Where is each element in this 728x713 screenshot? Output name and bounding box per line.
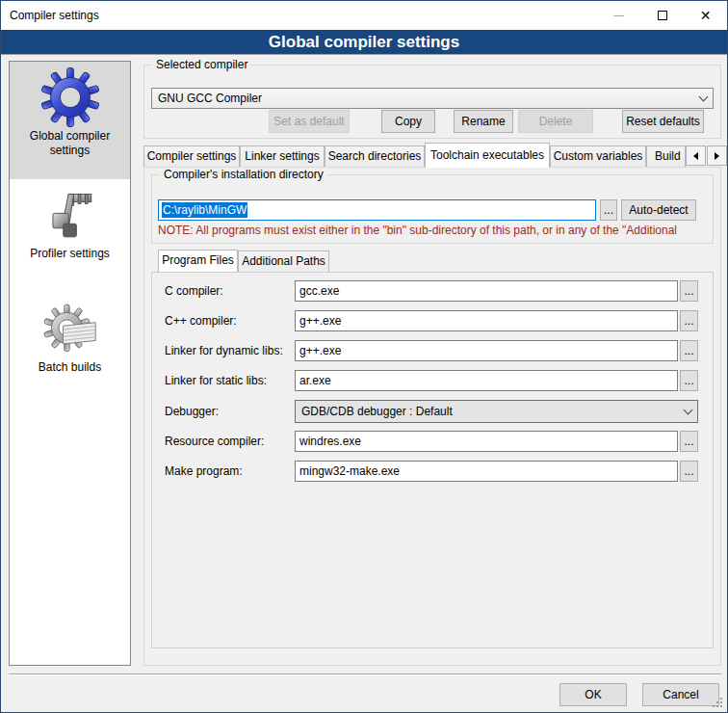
compiler-select[interactable]: GNU GCC Compiler — [151, 88, 714, 109]
cpp-compiler-label: C++ compiler: — [165, 310, 237, 331]
tab-toolchain-executables[interactable]: Toolchain executables — [425, 143, 550, 168]
reset-defaults-button[interactable]: Reset defaults — [622, 110, 704, 133]
cancel-button[interactable]: Cancel — [642, 683, 719, 706]
resize-grip[interactable] — [713, 698, 723, 708]
close-icon: ✕ — [700, 9, 712, 22]
installation-directory-input[interactable]: C:\raylib\MinGW — [158, 199, 596, 221]
make-program-label: Make program: — [165, 461, 243, 482]
compiler-settings-dialog: Compiler settings ✕ Global compiler sett… — [0, 0, 728, 713]
resource-compiler-label: Resource compiler: — [165, 431, 264, 452]
cpp-compiler-browse-button[interactable]: ... — [680, 310, 698, 331]
rename-button[interactable]: Rename — [454, 110, 513, 133]
caliper-icon — [10, 189, 130, 245]
left-arrow-icon — [693, 152, 698, 160]
make-program-input[interactable] — [295, 461, 678, 482]
tab-scroll-right-button[interactable] — [707, 145, 727, 166]
tab-linker-settings[interactable]: Linker settings — [240, 145, 325, 168]
browse-directory-button[interactable]: ... — [600, 199, 617, 221]
titlebar: Compiler settings ✕ — [1, 1, 727, 30]
chevron-down-icon — [699, 92, 709, 101]
dynamic-linker-browse-button[interactable]: ... — [680, 340, 698, 361]
tab-build-clipped[interactable]: Build — [646, 145, 686, 168]
close-button[interactable]: ✕ — [684, 1, 727, 30]
page-title: Global compiler settings — [1, 30, 727, 55]
compiler-select-value: GNU GCC Compiler — [158, 92, 700, 105]
blue-gear-icon — [10, 67, 130, 127]
chevron-down-icon — [684, 405, 693, 414]
footer-divider — [9, 673, 721, 675]
debugger-select-value: GDB/CDB debugger : Default — [301, 405, 685, 418]
static-linker-input[interactable] — [295, 370, 678, 391]
sidebar-item-label: Global compiler settings — [10, 127, 130, 164]
installation-directory-value: C:\raylib\MinGW — [162, 202, 247, 218]
subtab-program-files[interactable]: Program Files — [158, 250, 238, 272]
right-arrow-icon — [715, 152, 719, 160]
sidebar-item-batch-builds[interactable]: Batch builds — [10, 287, 130, 401]
dynamic-linker-label: Linker for dynamic libs: — [165, 340, 283, 361]
c-compiler-browse-button[interactable]: ... — [680, 280, 698, 302]
sidebar-item-profiler-settings[interactable]: Profiler settings — [10, 179, 130, 287]
subtab-additional-paths[interactable]: Additional Paths — [238, 251, 329, 273]
note-text: NOTE: All programs must exist either in … — [158, 224, 712, 237]
window-title: Compiler settings — [10, 9, 99, 22]
tab-custom-variables[interactable]: Custom variables — [550, 145, 646, 168]
debugger-label: Debugger: — [165, 401, 219, 422]
settings-category-list: Global compiler settings — [9, 61, 131, 666]
delete-button: Delete — [518, 110, 593, 133]
sidebar-item-label: Batch builds — [10, 358, 130, 381]
gray-gear-stack-icon — [10, 301, 130, 358]
cpp-compiler-input[interactable] — [295, 310, 678, 331]
c-compiler-label: C compiler: — [165, 280, 223, 302]
static-linker-label: Linker for static libs: — [165, 370, 267, 391]
minimize-icon — [613, 15, 624, 16]
set-as-default-button: Set as default — [269, 110, 350, 133]
selected-compiler-group-label: Selected compiler — [152, 58, 251, 71]
tab-scroll-left-button[interactable] — [686, 145, 706, 166]
tab-compiler-settings[interactable]: Compiler settings — [143, 145, 240, 168]
debugger-select[interactable]: GDB/CDB debugger : Default — [295, 400, 698, 423]
static-linker-browse-button[interactable]: ... — [680, 370, 698, 391]
auto-detect-button[interactable]: Auto-detect — [621, 199, 696, 221]
maximize-icon — [658, 11, 667, 20]
sidebar-item-label: Profiler settings — [10, 245, 130, 267]
make-program-browse-button[interactable]: ... — [680, 461, 698, 482]
dynamic-linker-input[interactable] — [295, 340, 678, 361]
tab-search-directories[interactable]: Search directories — [325, 145, 425, 168]
copy-button[interactable]: Copy — [381, 110, 435, 133]
installation-directory-group-label: Compiler's installation directory — [160, 168, 327, 181]
maximize-button[interactable] — [640, 1, 684, 30]
ok-button[interactable]: OK — [559, 683, 627, 706]
minimize-button — [597, 1, 640, 30]
c-compiler-input[interactable] — [295, 280, 678, 302]
resource-compiler-browse-button[interactable]: ... — [680, 431, 698, 452]
sidebar-item-global-compiler-settings[interactable]: Global compiler settings — [10, 62, 130, 179]
resource-compiler-input[interactable] — [295, 431, 678, 452]
